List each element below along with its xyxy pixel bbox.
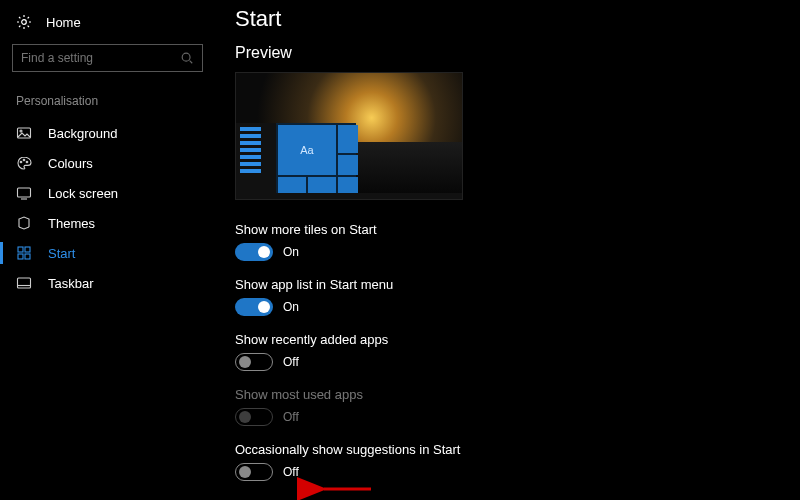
- sidebar: Home Personalisation Background Colours: [0, 0, 215, 500]
- page-title: Start: [235, 6, 800, 32]
- svg-point-0: [22, 20, 27, 25]
- palette-icon: [16, 155, 32, 171]
- home-button[interactable]: Home: [0, 8, 215, 40]
- setting-label: Show app list in Start menu: [235, 277, 800, 292]
- sidebar-item-themes[interactable]: Themes: [0, 208, 215, 238]
- svg-point-6: [26, 161, 28, 163]
- sidebar-item-start[interactable]: Start: [0, 238, 215, 268]
- sidebar-item-label: Background: [48, 126, 117, 141]
- setting-label: Occasionally show suggestions in Start: [235, 442, 800, 457]
- toggle-switch[interactable]: [235, 243, 273, 261]
- search-input-wrapper[interactable]: [12, 44, 203, 72]
- setting-label: Show more tiles on Start: [235, 222, 800, 237]
- toggle-switch: [235, 408, 273, 426]
- search-input[interactable]: [21, 51, 180, 65]
- toggle-state-label: On: [283, 300, 299, 314]
- preview-tile-big: Aa: [278, 125, 336, 175]
- sidebar-item-background[interactable]: Background: [0, 118, 215, 148]
- sidebar-item-taskbar[interactable]: Taskbar: [0, 268, 215, 298]
- sidebar-item-lock-screen[interactable]: Lock screen: [0, 178, 215, 208]
- toggle-state-label: Off: [283, 465, 299, 479]
- main-panel: Start Preview Aa Show more tiles on Star…: [215, 0, 800, 500]
- setting-row: Show most used appsOff: [235, 387, 800, 426]
- sidebar-item-label: Start: [48, 246, 75, 261]
- picture-icon: [16, 125, 32, 141]
- setting-row: Show recently added appsOff: [235, 332, 800, 371]
- toggle-state-label: Off: [283, 355, 299, 369]
- toggle-switch[interactable]: [235, 353, 273, 371]
- setting-label: Show most used apps: [235, 387, 800, 402]
- sidebar-item-label: Themes: [48, 216, 95, 231]
- start-icon: [16, 245, 32, 261]
- sidebar-item-label: Colours: [48, 156, 93, 171]
- gear-icon: [16, 14, 32, 30]
- section-header: Personalisation: [0, 90, 215, 118]
- svg-rect-2: [18, 128, 31, 138]
- svg-point-5: [23, 159, 25, 161]
- sidebar-item-colours[interactable]: Colours: [0, 148, 215, 178]
- svg-rect-8: [18, 247, 23, 252]
- setting-row: Occasionally show suggestions in StartOf…: [235, 442, 800, 481]
- taskbar-icon: [16, 275, 32, 291]
- home-label: Home: [46, 15, 81, 30]
- lock-screen-icon: [16, 185, 32, 201]
- svg-rect-10: [18, 254, 23, 259]
- themes-icon: [16, 215, 32, 231]
- svg-rect-7: [18, 188, 31, 197]
- svg-rect-9: [25, 247, 30, 252]
- sidebar-item-label: Taskbar: [48, 276, 94, 291]
- toggle-state-label: Off: [283, 410, 299, 424]
- setting-row: Show more tiles on StartOn: [235, 222, 800, 261]
- svg-rect-11: [25, 254, 30, 259]
- svg-rect-12: [18, 278, 31, 288]
- toggle-switch[interactable]: [235, 298, 273, 316]
- svg-point-4: [20, 161, 22, 163]
- search-icon: [180, 51, 194, 65]
- preview-heading: Preview: [235, 44, 800, 62]
- svg-point-3: [20, 130, 22, 132]
- toggle-state-label: On: [283, 245, 299, 259]
- setting-row: Show app list in Start menuOn: [235, 277, 800, 316]
- setting-label: Show recently added apps: [235, 332, 800, 347]
- start-preview: Aa: [235, 72, 463, 200]
- svg-point-1: [182, 53, 190, 61]
- toggle-switch[interactable]: [235, 463, 273, 481]
- sidebar-item-label: Lock screen: [48, 186, 118, 201]
